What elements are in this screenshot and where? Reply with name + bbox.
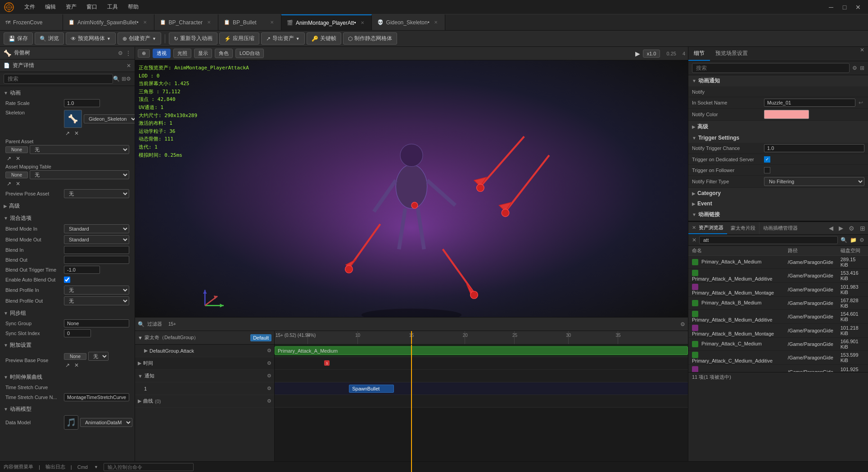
right-search-input[interactable] (692, 63, 850, 73)
create-asset-button[interactable]: ⊕ 创建资产 ▼ (118, 32, 161, 45)
blend-mode-in-select[interactable]: Standard (64, 224, 129, 233)
notify-color-swatch[interactable] (764, 110, 809, 119)
reimport-button[interactable]: ↻ 重新导入动画 (169, 32, 217, 45)
notify-trigger-input[interactable] (764, 144, 864, 152)
browser-forward-button[interactable]: ▶ (836, 225, 846, 231)
advanced-section-header[interactable]: ▶ 高级 (688, 121, 868, 132)
preview-base-none-button[interactable]: None (64, 353, 86, 360)
category-section-header[interactable]: ▶ Category (688, 188, 868, 198)
tab-bpcharacter[interactable]: 📋 BP_Character ✕ (154, 14, 218, 30)
skeleton-select[interactable]: Gideon_Skeleton (84, 114, 135, 123)
filter-icon[interactable]: ⚙ (126, 76, 131, 82)
maximize-button[interactable]: □ (839, 2, 850, 13)
right-panel-close-icon[interactable]: ✕ (856, 47, 868, 61)
static-mesh-button[interactable]: ⬡ 制作静态网格体 (343, 32, 397, 45)
asset-mapping-none-button[interactable]: None (5, 172, 28, 178)
group-arrow-icon[interactable]: ▼ (138, 335, 143, 340)
skeleton-status-label[interactable]: 内容侧滑菜单 (4, 463, 33, 470)
menu-tools[interactable]: 工具 (103, 1, 122, 13)
menu-edit[interactable]: 编辑 (41, 1, 60, 13)
time-marker-red[interactable]: 1 (324, 360, 330, 366)
show-button[interactable]: 显示 (194, 49, 212, 58)
time-options-icon[interactable]: ⚙ (267, 360, 271, 366)
slot-options-icon[interactable]: ⚙ (267, 348, 271, 354)
tab-details[interactable]: 细节 (688, 47, 710, 61)
tab-skeleton[interactable]: 💀 Gideon_Skeleton• ✕ (372, 14, 445, 30)
blend-section-header[interactable]: ▼ 混合选项 (2, 213, 133, 223)
asset-mapping-browse-button[interactable]: ↗ (5, 180, 13, 187)
timeline-playhead[interactable] (411, 331, 412, 344)
sync-slot-input[interactable] (64, 329, 91, 337)
keybind-button[interactable]: 🔑 关键帧 (307, 32, 341, 45)
clip-primary-attack[interactable]: Primary_Attack_A_Medium (275, 346, 688, 355)
table-row[interactable]: Primary_Attack_C_Medium_Additive /Game/P… (688, 351, 868, 365)
blend-mode-out-select[interactable]: Standard (64, 235, 129, 244)
apply-compress-button[interactable]: ⚡ 应用压缩 (219, 32, 259, 45)
trigger-section-header[interactable]: ▼ Trigger Settings (688, 133, 868, 143)
blend-out-input[interactable] (64, 256, 129, 264)
table-row[interactable]: Primary_Attack_B_Medium /Game/ParagonGid… (688, 297, 868, 310)
additive-section-header[interactable]: ▼ 附加设置 (2, 340, 133, 350)
browser-search-input[interactable] (699, 236, 838, 244)
lighting-button[interactable]: 光照 (173, 49, 191, 58)
table-row[interactable]: Primary_Attack_C_Medium_Montage /Game/Pa… (688, 365, 868, 372)
menu-file[interactable]: 文件 (20, 1, 40, 13)
table-row[interactable]: Primary_Attack_C_Medium /Game/ParagonGid… (688, 338, 868, 351)
notify-options-icon[interactable]: ⚙ (267, 373, 271, 379)
browser-close-icon[interactable]: ✕ (692, 225, 696, 231)
menu-help[interactable]: 帮助 (123, 1, 143, 13)
trigger-follower-checkbox[interactable] (764, 167, 770, 173)
menu-asset[interactable]: 资产 (61, 1, 81, 13)
settings-icon[interactable]: ⚙ (118, 50, 123, 56)
col-size[interactable]: 磁盘空间 (837, 246, 868, 256)
lod-button[interactable]: LOD自动 (235, 49, 264, 58)
menu-window[interactable]: 窗口 (82, 1, 102, 13)
tab-anim-slot-manager[interactable]: 动画插槽管理器 (760, 222, 801, 234)
parent-asset-none-button[interactable]: None (5, 146, 28, 153)
notify-filter-select[interactable]: No Filtering (764, 177, 864, 186)
sync-group-input[interactable] (64, 319, 129, 327)
tab-close-animnotify[interactable]: ✕ (141, 19, 149, 26)
blend-profile-in-select[interactable]: 无 (64, 286, 129, 295)
browser-back-button[interactable]: ◀ (826, 225, 836, 231)
event-section-header[interactable]: ▶ Event (688, 199, 868, 209)
viewport-content[interactable]: 正在预览资产: AnimMontage_PlayerAttackA LOD : … (135, 60, 688, 317)
anim-link-section-header[interactable]: ▼ 动画链接 (688, 209, 868, 220)
asset-mapping-select[interactable]: 无 (30, 170, 129, 179)
data-model-select[interactable]: AnimationDataM (80, 418, 132, 427)
in-socket-reset-button[interactable]: ↩ (857, 99, 864, 106)
table-row[interactable]: Primary_Attack_A_Medium /Game/ParagonGid… (688, 256, 868, 269)
close-button[interactable]: ✕ (853, 2, 863, 13)
minimize-button[interactable]: ─ (826, 2, 836, 13)
grid-view-icon[interactable]: ⊞ (122, 76, 126, 82)
tab-bpbullet[interactable]: 📋 BP_Bullet ✕ (218, 14, 281, 30)
enable-auto-blend-checkbox[interactable] (64, 277, 70, 283)
sync-section-header[interactable]: ▼ 同步组 (2, 308, 133, 318)
trigger-dedicated-checkbox[interactable]: ✓ (764, 156, 770, 163)
tab-close-animmontage[interactable]: ✕ (359, 19, 366, 26)
table-row[interactable]: Primary_Attack_A_Medium_Additive /Game/P… (688, 269, 868, 283)
browse-button[interactable]: 🔍 浏览 (35, 32, 64, 45)
skeleton-browse-button[interactable]: ↗ (64, 130, 71, 137)
table-row[interactable]: Primary_Attack_B_Medium_Additive /Game/P… (688, 310, 868, 324)
preview-base-browse-button[interactable]: ↗ (64, 362, 71, 369)
save-button[interactable]: 💾 保存 (4, 32, 33, 45)
browser-folder-icon[interactable]: 📁 (850, 237, 857, 243)
advanced-section-header[interactable]: ▶ 高级 (2, 201, 133, 211)
blend-out-trigger-input[interactable] (64, 266, 100, 274)
browser-close-search-icon[interactable]: ✕ (692, 237, 696, 243)
notify-num-options-icon[interactable]: ⚙ (267, 386, 271, 391)
time-stretch-section-header[interactable]: ▼ 时间伸展曲线 (2, 372, 133, 382)
tab-asset-browser[interactable]: ✕ 资产浏览器 (688, 222, 727, 234)
play-speed-button[interactable]: x1.0 (643, 50, 660, 58)
search-input[interactable] (4, 74, 113, 84)
preview-base-select[interactable]: 无 (88, 352, 108, 361)
tab-animmontage[interactable]: 🎬 AnimMontage_PlayerAtt• ✕ (281, 14, 372, 30)
cmd-dropdown-icon[interactable]: ▼ (94, 465, 98, 469)
perspective-button[interactable]: ⊕ (138, 49, 150, 58)
preview-mesh-button[interactable]: 👁 预览网格体 ▼ (66, 32, 116, 45)
panel-options-icon[interactable]: ⋮ (126, 50, 131, 56)
tab-frozencove[interactable]: 🗺 FrozenCove (0, 14, 63, 30)
rate-scale-input[interactable] (64, 99, 100, 107)
anim-model-section-header[interactable]: ▼ 动画模型 (2, 404, 133, 414)
